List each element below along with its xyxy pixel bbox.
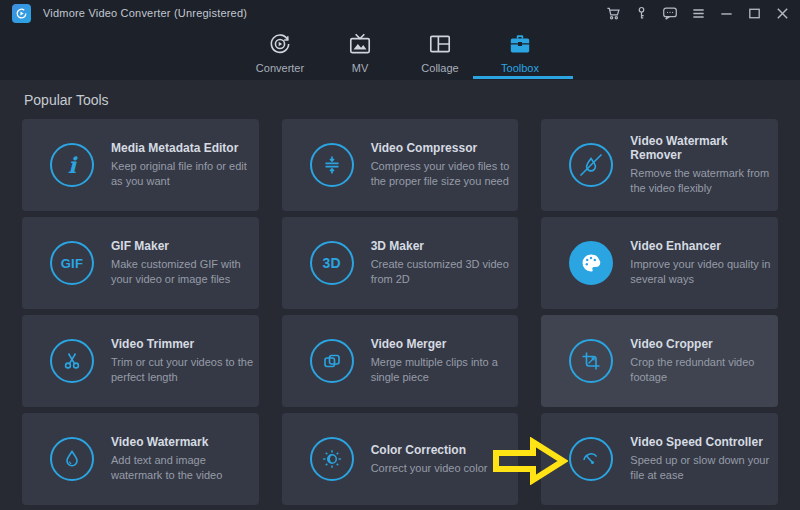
tool-card-video-watermark-remover[interactable]: Video Watermark Remover Remove the water… bbox=[541, 119, 778, 211]
tool-card-video-watermark[interactable]: Video Watermark Add text and image water… bbox=[22, 413, 259, 505]
tool-card-video-compressor[interactable]: Video Compressor Compress your video fil… bbox=[282, 119, 519, 211]
sun-icon bbox=[310, 437, 354, 481]
tab-label: Converter bbox=[256, 62, 304, 74]
cart-icon[interactable] bbox=[606, 6, 621, 21]
merge-icon bbox=[310, 339, 354, 383]
tool-title: GIF Maker bbox=[111, 239, 259, 253]
watermark-remover-icon bbox=[569, 143, 613, 187]
tool-title: Video Enhancer bbox=[630, 239, 778, 253]
tools-grid: i Media Metadata Editor Keep original fi… bbox=[22, 119, 778, 505]
tool-description: Compress your video files to the proper … bbox=[371, 159, 519, 189]
tool-card-gif-maker[interactable]: GIF GIF Maker Make customized GIF with y… bbox=[22, 217, 259, 309]
app-logo-icon bbox=[12, 4, 31, 23]
tab-collage[interactable]: Collage bbox=[400, 26, 480, 80]
speedometer-icon bbox=[569, 437, 613, 481]
feedback-chat-icon[interactable] bbox=[662, 6, 678, 21]
palette-icon bbox=[569, 241, 613, 285]
tool-card-media-metadata-editor[interactable]: i Media Metadata Editor Keep original fi… bbox=[22, 119, 259, 211]
gif-icon: GIF bbox=[50, 241, 94, 285]
tool-card-3d-maker[interactable]: 3D 3D Maker Create customized 3D video f… bbox=[282, 217, 519, 309]
tool-card-video-enhancer[interactable]: Video Enhancer Improve your video qualit… bbox=[541, 217, 778, 309]
gif-glyph: GIF bbox=[61, 256, 84, 271]
tool-title: Video Cropper bbox=[630, 337, 778, 351]
tool-title: Color Correction bbox=[371, 443, 488, 457]
tool-title: Video Merger bbox=[371, 337, 519, 351]
tool-description: Create customized 3D video from 2D bbox=[371, 257, 519, 287]
maximize-icon[interactable] bbox=[747, 6, 762, 21]
toolbox-panel: Popular Tools i Media Metadata Editor Ke… bbox=[0, 80, 800, 510]
close-icon[interactable] bbox=[775, 6, 790, 21]
scissors-icon bbox=[50, 339, 94, 383]
tool-card-video-speed-controller[interactable]: Video Speed Controller Speed up or slow … bbox=[541, 413, 778, 505]
tool-card-video-trimmer[interactable]: Video Trimmer Trim or cut your videos to… bbox=[22, 315, 259, 407]
tool-title: Video Trimmer bbox=[111, 337, 259, 351]
info-glyph: i bbox=[68, 154, 76, 176]
tool-title: Video Compressor bbox=[371, 141, 519, 155]
droplet-icon bbox=[50, 437, 94, 481]
tool-description: Keep original file info or edit as you w… bbox=[111, 159, 259, 189]
minimize-icon[interactable] bbox=[719, 6, 734, 21]
highlight-arrow-icon bbox=[492, 437, 568, 485]
window-header: Vidmore Video Converter (Unregistered) bbox=[0, 0, 800, 80]
crop-icon bbox=[569, 339, 613, 383]
3d-icon: 3D bbox=[310, 241, 354, 285]
tool-description: Merge multiple clips into a single piece bbox=[371, 355, 519, 385]
main-nav: Converter MV Collage Toolbox bbox=[0, 26, 800, 80]
compress-icon bbox=[310, 143, 354, 187]
tab-label: Collage bbox=[421, 62, 458, 74]
active-tab-indicator bbox=[473, 76, 573, 79]
tab-label: Toolbox bbox=[501, 62, 539, 74]
tool-description: Correct your video color bbox=[371, 461, 488, 476]
tool-description: Speed up or slow down your file at ease bbox=[630, 453, 778, 483]
tool-description: Remove the watermark from the video flex… bbox=[630, 166, 778, 196]
3d-glyph: 3D bbox=[322, 255, 341, 271]
tool-description: Add text and image watermark to the vide… bbox=[111, 453, 259, 483]
tool-title: Media Metadata Editor bbox=[111, 141, 259, 155]
tool-title: 3D Maker bbox=[371, 239, 519, 253]
tool-card-video-merger[interactable]: Video Merger Merge multiple clips into a… bbox=[282, 315, 519, 407]
section-title: Popular Tools bbox=[24, 92, 800, 108]
tab-label: MV bbox=[352, 62, 369, 74]
tab-toolbox[interactable]: Toolbox bbox=[480, 26, 560, 80]
window-title: Vidmore Video Converter (Unregistered) bbox=[43, 7, 247, 19]
tool-description: Trim or cut your videos to the perfect l… bbox=[111, 355, 259, 385]
tool-description: Crop the redundant video footage bbox=[630, 355, 778, 385]
tool-title: Video Speed Controller bbox=[630, 435, 778, 449]
menu-icon[interactable] bbox=[691, 6, 706, 21]
tool-title: Video Watermark bbox=[111, 435, 259, 449]
info-icon: i bbox=[50, 143, 94, 187]
tool-title: Video Watermark Remover bbox=[630, 134, 778, 162]
tab-converter[interactable]: Converter bbox=[240, 26, 320, 80]
tool-description: Make customized GIF with your video or i… bbox=[111, 257, 259, 287]
title-bar: Vidmore Video Converter (Unregistered) bbox=[0, 0, 800, 26]
tab-mv[interactable]: MV bbox=[320, 26, 400, 80]
tool-card-video-cropper[interactable]: Video Cropper Crop the redundant video f… bbox=[541, 315, 778, 407]
tool-description: Improve your video quality in several wa… bbox=[630, 257, 778, 287]
tool-card-color-correction[interactable]: Color Correction Correct your video colo… bbox=[282, 413, 519, 505]
register-key-icon[interactable] bbox=[634, 6, 649, 21]
